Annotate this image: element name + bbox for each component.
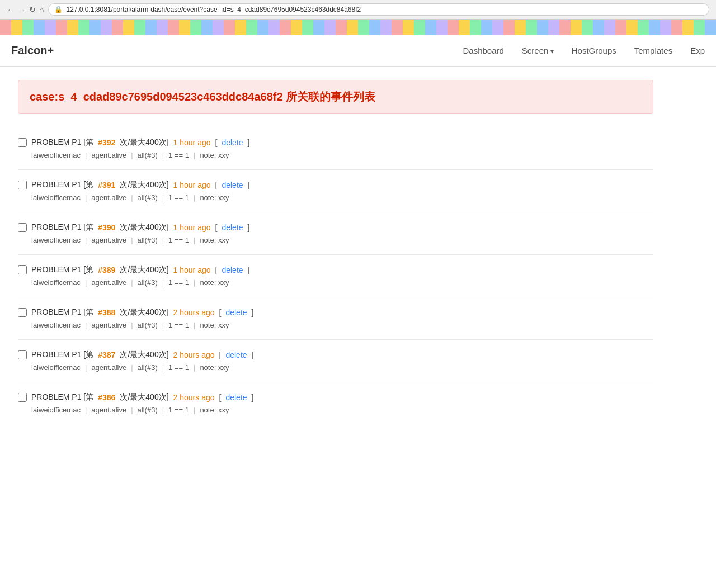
event-list: PROBLEM P1 [第#392 次/最大400次] 1 hour ago [… [18, 127, 653, 424]
event-item: PROBLEM P1 [第#389 次/最大400次] 1 hour ago [… [18, 255, 653, 297]
event-note: note: xxy [200, 363, 229, 372]
event-label-suffix: 次/最大400次] [120, 222, 168, 233]
event-delete-link[interactable]: delete [222, 181, 243, 189]
browser-nav-icons: ← → ↻ ⌂ [7, 5, 44, 14]
reload-button[interactable]: ↻ [29, 5, 36, 14]
meta-separator: | [194, 406, 195, 414]
meta-separator: | [162, 406, 164, 414]
bracket-close: ] [248, 265, 250, 274]
bracket-open: [ [219, 308, 222, 317]
meta-separator: | [131, 278, 133, 287]
meta-separator: | [131, 321, 133, 329]
event-item: PROBLEM P1 [第#391 次/最大400次] 1 hour ago [… [18, 170, 653, 212]
brand-logo[interactable]: Falcon+ [11, 44, 54, 57]
meta-separator: | [162, 151, 164, 159]
forward-button[interactable]: → [18, 5, 26, 14]
event-delete-link[interactable]: delete [225, 393, 247, 402]
browser-bar: ← → ↻ ⌂ 🔒 127.0.0.1:8081/portal/alarm-da… [0, 0, 716, 20]
nav-templates[interactable]: Templates [634, 46, 672, 55]
event-delete-link[interactable]: delete [222, 223, 243, 232]
event-number[interactable]: #387 [98, 350, 115, 359]
event-group: all(#3) [138, 321, 158, 329]
nav-exp[interactable]: Exp [690, 46, 705, 55]
event-delete-link[interactable]: delete [225, 350, 247, 359]
event-condition: 1 == 1 [168, 193, 189, 202]
bracket-close: ] [248, 223, 250, 232]
event-label-prefix: PROBLEM P1 [第 [31, 180, 93, 190]
event-metric: agent.alive [91, 406, 126, 414]
event-item: PROBLEM P1 [第#390 次/最大400次] 1 hour ago [… [18, 212, 653, 255]
url-text: 127.0.0.1:8081/portal/alarm-dash/case/ev… [66, 6, 361, 13]
event-label-prefix: PROBLEM P1 [第 [31, 350, 93, 360]
event-header: PROBLEM P1 [第#387 次/最大400次] 2 hours ago … [18, 350, 653, 360]
page-title: case:s_4_cdad89c7695d094523c463ddc84a68f… [30, 89, 642, 105]
back-button[interactable]: ← [7, 5, 15, 14]
event-header: PROBLEM P1 [第#390 次/最大400次] 1 hour ago [… [18, 222, 653, 233]
main-content: case:s_4_cdad89c7695d094523c463ddc84a68f… [0, 67, 671, 438]
event-number[interactable]: #392 [98, 138, 115, 147]
event-label-prefix: PROBLEM P1 [第 [31, 265, 93, 275]
bracket-close: ] [252, 393, 254, 402]
event-host: laiweiofficemac [31, 321, 81, 329]
event-checkbox[interactable] [18, 223, 27, 232]
event-meta: laiweiofficemac|agent.alive|all(#3)|1 ==… [18, 236, 653, 244]
event-metric: agent.alive [91, 363, 126, 372]
event-time: 2 hours ago [173, 308, 215, 317]
event-label-suffix: 次/最大400次] [120, 392, 168, 402]
event-number[interactable]: #386 [98, 393, 115, 402]
meta-separator: | [194, 278, 195, 287]
event-host: laiweiofficemac [31, 278, 81, 287]
event-note: note: xxy [200, 193, 229, 202]
event-label-suffix: 次/最大400次] [120, 350, 168, 360]
meta-separator: | [85, 236, 87, 244]
event-time: 1 hour ago [173, 138, 211, 147]
page-title-banner: case:s_4_cdad89c7695d094523c463ddc84a68f… [18, 80, 653, 114]
event-label-suffix: 次/最大400次] [120, 180, 168, 190]
event-checkbox[interactable] [18, 265, 27, 274]
nav-screen[interactable]: Screen [522, 46, 554, 55]
meta-separator: | [194, 321, 195, 329]
event-condition: 1 == 1 [168, 406, 189, 414]
event-checkbox[interactable] [18, 350, 27, 359]
event-header: PROBLEM P1 [第#388 次/最大400次] 2 hours ago … [18, 307, 653, 317]
event-meta: laiweiofficemac|agent.alive|all(#3)|1 ==… [18, 406, 653, 414]
nav-hostgroups[interactable]: HostGroups [572, 46, 616, 55]
bracket-open: [ [219, 393, 222, 402]
event-header: PROBLEM P1 [第#389 次/最大400次] 1 hour ago [… [18, 265, 653, 275]
event-checkbox[interactable] [18, 308, 27, 317]
event-meta: laiweiofficemac|agent.alive|all(#3)|1 ==… [18, 363, 653, 372]
meta-separator: | [85, 278, 87, 287]
event-metric: agent.alive [91, 151, 126, 159]
event-label-prefix: PROBLEM P1 [第 [31, 137, 93, 148]
event-checkbox[interactable] [18, 138, 27, 147]
event-number[interactable]: #388 [98, 308, 115, 317]
event-number[interactable]: #391 [98, 181, 115, 189]
event-checkbox[interactable] [18, 393, 27, 402]
meta-separator: | [162, 363, 164, 372]
meta-separator: | [85, 321, 87, 329]
event-condition: 1 == 1 [168, 363, 189, 372]
event-meta: laiweiofficemac|agent.alive|all(#3)|1 ==… [18, 193, 653, 202]
event-label-suffix: 次/最大400次] [120, 137, 168, 148]
event-time: 1 hour ago [173, 223, 211, 232]
event-delete-link[interactable]: delete [222, 138, 243, 147]
meta-separator: | [131, 193, 133, 202]
bracket-open: [ [215, 181, 218, 189]
event-delete-link[interactable]: delete [225, 308, 247, 317]
meta-separator: | [194, 193, 195, 202]
home-button[interactable]: ⌂ [39, 5, 44, 14]
event-delete-link[interactable]: delete [222, 265, 243, 274]
event-number[interactable]: #389 [98, 265, 115, 274]
navbar: Falcon+ Dashboard Screen HostGroups Temp… [0, 35, 716, 67]
event-label-suffix: 次/最大400次] [120, 307, 168, 317]
event-note: note: xxy [200, 278, 229, 287]
event-checkbox[interactable] [18, 181, 27, 189]
event-host: laiweiofficemac [31, 236, 81, 244]
event-group: all(#3) [138, 193, 158, 202]
bracket-close: ] [252, 350, 254, 359]
nav-dashboard[interactable]: Dashboard [463, 46, 503, 55]
event-number[interactable]: #390 [98, 223, 115, 232]
meta-separator: | [194, 151, 195, 159]
url-bar[interactable]: 🔒 127.0.0.1:8081/portal/alarm-dash/case/… [48, 3, 709, 16]
event-header: PROBLEM P1 [第#391 次/最大400次] 1 hour ago [… [18, 180, 653, 190]
